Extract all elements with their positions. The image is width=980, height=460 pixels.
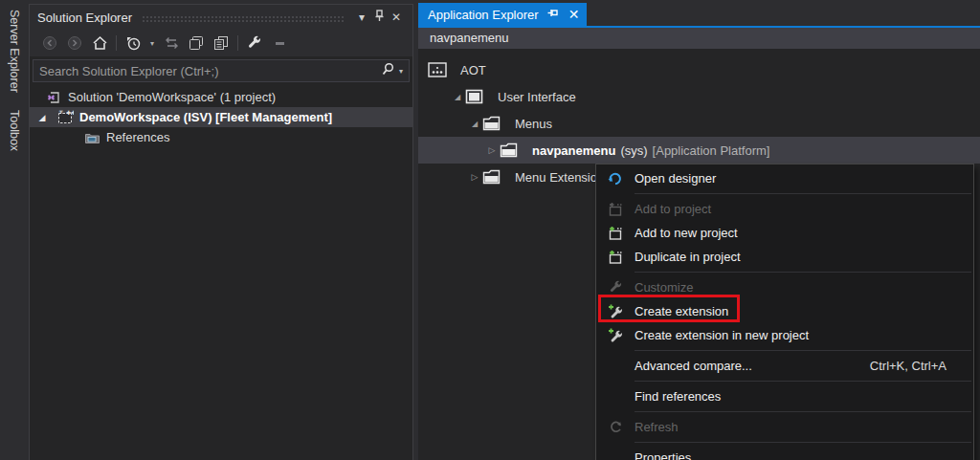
menu-separator bbox=[635, 272, 971, 273]
forward-icon[interactable] bbox=[62, 35, 87, 51]
tree-item-model-suffix: [Application Platform] bbox=[653, 143, 770, 158]
tab-application-explorer[interactable]: Application Explorer ✕ bbox=[418, 3, 587, 26]
menu-item-find-references[interactable]: Find references bbox=[596, 384, 973, 408]
aot-filter-value: navpanemenu bbox=[430, 31, 508, 45]
tree-item-label: navpanemenu bbox=[532, 143, 615, 158]
tree-item-aot[interactable]: AOT bbox=[418, 56, 980, 83]
pending-changes-filter-icon[interactable] bbox=[121, 35, 145, 51]
svg-text:✚✚: ✚✚ bbox=[66, 110, 74, 116]
panel-title: Solution Explorer bbox=[37, 11, 132, 25]
solution-explorer-titlebar[interactable]: Solution Explorer ▾ ✕ bbox=[30, 5, 412, 30]
project-icon: ✳✚✚ bbox=[56, 110, 74, 124]
pin-icon[interactable] bbox=[547, 8, 560, 22]
solution-explorer-toolbar: ▾ bbox=[30, 30, 412, 56]
tree-item-solution[interactable]: Solution 'DemoWorkspace' (1 project) bbox=[30, 87, 412, 107]
refresh-icon bbox=[596, 420, 635, 434]
toolbar-separator bbox=[237, 35, 238, 51]
search-placeholder: Search Solution Explorer (Ctrl+;) bbox=[39, 64, 381, 78]
properties-wrench-icon[interactable] bbox=[242, 35, 267, 51]
tree-item-label: Menus bbox=[515, 117, 552, 131]
tree-item-user-interface[interactable]: ◢ User Interface bbox=[418, 83, 980, 110]
menu-separator bbox=[635, 193, 971, 194]
window-dropdown-button[interactable]: ▾ bbox=[353, 11, 370, 24]
menu-separator bbox=[635, 442, 971, 443]
expanded-arrow-icon[interactable]: ◢ bbox=[468, 120, 481, 128]
aot-filter-input[interactable]: navpanemenu bbox=[418, 28, 980, 49]
solution-icon bbox=[45, 90, 62, 105]
menu-item-customize: Customize bbox=[596, 275, 973, 299]
sync-with-active-document-icon[interactable] bbox=[159, 36, 184, 50]
expanded-arrow-icon[interactable]: ◢ bbox=[451, 93, 464, 101]
customize-icon bbox=[596, 280, 635, 295]
menu-separator bbox=[635, 381, 971, 382]
add-to-new-project-icon bbox=[596, 226, 635, 241]
create-extension-icon bbox=[596, 304, 635, 319]
menu-item-duplicate-in-project[interactable]: Duplicate in project bbox=[596, 245, 973, 269]
references-icon bbox=[83, 131, 100, 144]
tree-item-menus[interactable]: ◢ Menus bbox=[418, 110, 980, 137]
pin-icon[interactable] bbox=[370, 10, 388, 25]
expanded-arrow-icon[interactable]: ◢ bbox=[35, 113, 49, 122]
sidebar-tab-toolbox[interactable]: Toolbox bbox=[8, 100, 21, 159]
context-menu: Open designer Add to project Add to new … bbox=[595, 164, 974, 460]
tree-item-sys-suffix: (sys) bbox=[620, 143, 647, 158]
tree-item-label: Solution 'DemoWorkspace' (1 project) bbox=[68, 90, 276, 104]
menu-item-create-extension[interactable]: Create extension bbox=[596, 299, 973, 323]
tree-item-navpanemenu[interactable]: ▷ navpanemenu (sys) [Application Platfor… bbox=[418, 137, 980, 164]
tab-label: Application Explorer bbox=[428, 8, 539, 22]
toolbar-separator bbox=[116, 35, 117, 51]
menu-separator bbox=[635, 350, 971, 351]
tree-item-references[interactable]: References bbox=[30, 127, 412, 147]
user-interface-icon bbox=[464, 89, 483, 104]
close-icon[interactable]: ✕ bbox=[388, 11, 405, 24]
drag-grip[interactable] bbox=[142, 15, 344, 22]
collapse-all-icon[interactable] bbox=[184, 35, 209, 51]
create-extension-in-new-project-icon bbox=[596, 328, 635, 343]
aot-icon bbox=[428, 62, 447, 77]
shortcut-label: Ctrl+K, Ctrl+A bbox=[870, 359, 947, 373]
folder-icon bbox=[481, 116, 501, 131]
menu-item-properties[interactable]: Properties bbox=[596, 446, 973, 460]
dash-icon[interactable] bbox=[267, 42, 292, 45]
add-to-project-icon bbox=[596, 202, 635, 217]
menu-item-add-to-project: Add to project bbox=[596, 197, 973, 221]
left-tool-rail: Server Explorer Toolbox bbox=[0, 0, 29, 460]
menu-item-open-designer[interactable]: Open designer bbox=[596, 166, 973, 190]
collapsed-arrow-icon[interactable]: ▷ bbox=[468, 172, 481, 182]
open-designer-icon bbox=[596, 171, 635, 186]
document-tab-strip: Application Explorer ✕ bbox=[418, 0, 980, 28]
filter-dropdown-icon[interactable]: ▾ bbox=[145, 39, 159, 48]
back-icon[interactable] bbox=[37, 35, 62, 51]
home-icon[interactable] bbox=[87, 35, 112, 51]
menu-item-create-extension-in-new-project[interactable]: Create extension in new project bbox=[596, 323, 973, 347]
menu-separator bbox=[635, 411, 971, 412]
menu-item-advanced-compare[interactable]: Advanced compare... Ctrl+K, Ctrl+A bbox=[596, 354, 973, 378]
search-input[interactable]: Search Solution Explorer (Ctrl+;) ▾ bbox=[33, 59, 410, 82]
show-all-files-icon[interactable] bbox=[209, 35, 234, 51]
collapsed-arrow-icon[interactable]: ▷ bbox=[485, 145, 499, 155]
menu-item-add-to-new-project[interactable]: Add to new project bbox=[596, 221, 973, 245]
svg-text:✳: ✳ bbox=[58, 110, 63, 115]
tree-item-project[interactable]: ◢ ✳✚✚ DemoWorkspace (ISV) [Fleet Managem… bbox=[30, 107, 412, 127]
search-icon[interactable] bbox=[381, 62, 395, 79]
sidebar-tab-server-explorer[interactable]: Server Explorer bbox=[8, 0, 21, 100]
menu-item-refresh: Refresh bbox=[596, 415, 973, 439]
solution-tree: Solution 'DemoWorkspace' (1 project) ◢ ✳… bbox=[30, 87, 412, 147]
duplicate-in-project-icon bbox=[596, 250, 635, 265]
tree-item-label: AOT bbox=[460, 63, 486, 77]
solution-explorer-panel: Solution Explorer ▾ ✕ ▾ bbox=[29, 4, 413, 460]
tree-item-label: User Interface bbox=[498, 90, 576, 104]
search-options-dropdown-icon[interactable]: ▾ bbox=[399, 67, 403, 76]
tree-item-label: References bbox=[106, 130, 169, 144]
folder-icon bbox=[481, 169, 501, 185]
tree-item-label: DemoWorkspace (ISV) [Fleet Management] bbox=[79, 110, 332, 124]
close-icon[interactable]: ✕ bbox=[568, 8, 580, 21]
folder-icon bbox=[499, 142, 518, 158]
